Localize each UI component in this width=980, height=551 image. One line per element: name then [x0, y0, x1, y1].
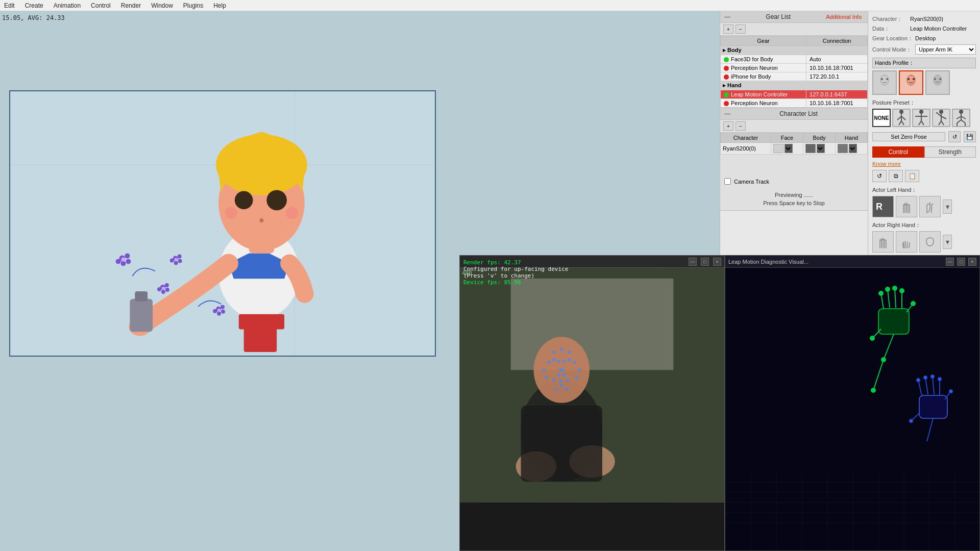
diag-maximize-btn[interactable]: □: [957, 258, 965, 266]
hand-icon-btn[interactable]: [838, 144, 848, 153]
canvas-viewport: [9, 90, 436, 357]
body-group-collapse[interactable]: ▸: [723, 47, 726, 53]
posture-none-btn[interactable]: NONE: [872, 109, 891, 127]
right-hand-pose-relaxed[interactable]: [896, 231, 917, 253]
status-dot-red-3: [724, 101, 729, 106]
svg-line-56: [901, 121, 904, 125]
hand-profiles: [872, 70, 976, 95]
camera-placeholder: [460, 268, 724, 503]
menu-edit[interactable]: Edit: [2, 2, 17, 9]
action-paste-btn[interactable]: 📋: [905, 170, 919, 182]
svg-rect-140: [919, 395, 947, 418]
set-zero-save-btn[interactable]: 💾: [964, 131, 976, 142]
face-icon-btn[interactable]: [773, 144, 783, 153]
set-zero-pose-btn[interactable]: Set Zero Pose: [872, 132, 945, 141]
leap-close-btn[interactable]: ×: [713, 258, 721, 266]
svg-line-67: [941, 121, 944, 125]
strength-tab[interactable]: Strength: [924, 146, 976, 158]
svg-point-102: [578, 368, 581, 371]
svg-point-44: [907, 75, 915, 85]
data-info-row: Data： Leap Motion Controller: [872, 25, 976, 33]
face-select[interactable]: [785, 144, 793, 153]
svg-line-60: [919, 121, 921, 125]
know-more-link[interactable]: Know more: [872, 161, 976, 167]
char-col-hand: Hand: [835, 133, 867, 143]
hand-profile-3[interactable]: [925, 70, 950, 95]
svg-line-70: [957, 116, 961, 119]
body-select[interactable]: [817, 144, 825, 153]
left-hand-pose-r[interactable]: R: [872, 196, 894, 217]
leap-camera-content: 480 ⚙: [460, 268, 724, 550]
gear-add-btn[interactable]: +: [723, 24, 733, 34]
menu-render[interactable]: Render: [119, 2, 143, 9]
right-hand-chevron[interactable]: ▾: [943, 235, 952, 249]
gear-col-header: Gear: [721, 36, 806, 46]
hand-profile-2[interactable]: [899, 70, 923, 95]
menu-plugins[interactable]: Plugins: [181, 2, 205, 9]
hands-profile-label: Hands Profile：: [875, 60, 914, 66]
control-tab[interactable]: Control: [872, 146, 924, 158]
left-hand-r-icon: R: [875, 198, 891, 215]
additional-info-link[interactable]: Additional Info: [826, 14, 864, 20]
gear-list-title: Gear List: [733, 13, 823, 20]
svg-point-38: [217, 312, 221, 316]
svg-point-97: [566, 379, 569, 382]
gear-toolbar: + −: [720, 23, 868, 36]
char-remove-btn[interactable]: −: [736, 121, 746, 131]
gear-item-perception-hand[interactable]: Perception Neuron 10.10.16.18:7001: [721, 99, 868, 108]
svg-point-149: [924, 376, 927, 379]
gear-item-iphone[interactable]: iPhone for Body 172.20.10.1: [721, 72, 868, 81]
action-refresh-btn[interactable]: ↺: [872, 170, 887, 182]
menu-window[interactable]: Window: [149, 2, 175, 9]
hand-select[interactable]: [849, 144, 857, 153]
menu-control[interactable]: Control: [89, 2, 113, 9]
right-hand-pose-grip[interactable]: [919, 231, 941, 253]
gear-item-perception-body[interactable]: Perception Neuron 10.10.16.18:7001: [721, 64, 868, 72]
menu-create[interactable]: Create: [23, 2, 45, 9]
hand-group-collapse[interactable]: ▸: [723, 82, 726, 88]
svg-point-150: [931, 375, 934, 378]
diag-close-btn[interactable]: ×: [968, 258, 976, 266]
gear-collapse-btn[interactable]: —: [724, 13, 730, 20]
hand-profile-1[interactable]: [872, 70, 897, 95]
menu-animation[interactable]: Animation: [52, 2, 83, 9]
right-hand-pose-open[interactable]: [872, 231, 894, 253]
svg-point-37: [221, 310, 225, 314]
camera-track-row: Camera Track: [720, 175, 868, 188]
svg-point-9: [225, 207, 237, 219]
posture-1-btn[interactable]: [892, 109, 911, 127]
set-zero-refresh-btn[interactable]: ↺: [948, 131, 961, 142]
configured-text-line: Configured for up-facing device: [463, 266, 568, 272]
svg-point-30: [178, 255, 182, 259]
leap-minimize-btn[interactable]: —: [689, 258, 697, 266]
character-list-section: — Character List + − Character Face Body…: [720, 108, 868, 211]
char-row-ryans200[interactable]: RyanS200(0): [721, 143, 868, 155]
svg-rect-16: [244, 327, 277, 352]
posture-presets: NONE: [872, 109, 976, 127]
control-mode-select[interactable]: Upper Arm IK: [915, 44, 976, 55]
char-add-btn[interactable]: +: [723, 121, 733, 131]
stats-text: 15.05, AVG: 24.33: [2, 14, 65, 21]
left-hand-pose-open[interactable]: [896, 196, 917, 217]
posture-3-btn[interactable]: [932, 109, 950, 127]
left-hand-chevron[interactable]: ▾: [943, 199, 952, 214]
body-icon-btn[interactable]: [805, 144, 816, 153]
posture-4-btn[interactable]: [952, 109, 970, 127]
char-collapse-btn[interactable]: —: [724, 110, 730, 117]
posture-2-btn[interactable]: [912, 109, 930, 127]
svg-point-68: [959, 110, 963, 114]
gear-item-leap[interactable]: Leap Motion Controller 127.0.0.1:6437: [721, 90, 868, 99]
gear-remove-btn[interactable]: −: [736, 24, 746, 34]
svg-point-32: [174, 261, 178, 265]
camera-track-checkbox[interactable]: [724, 178, 731, 185]
action-copy-btn[interactable]: ⧉: [889, 170, 903, 182]
previewing-text: Previewing ......: [720, 188, 868, 199]
gear-item-face3d[interactable]: Face3D for Body Auto: [721, 55, 868, 64]
leap-diag-window: Leap Motion Diagnostic Visual... — □ × R…: [725, 255, 980, 551]
menu-help[interactable]: Help: [211, 2, 228, 9]
left-hand-pose-point[interactable]: [919, 196, 941, 217]
svg-point-46: [913, 78, 915, 80]
diag-minimize-btn[interactable]: —: [946, 258, 954, 266]
svg-line-65: [941, 116, 946, 119]
leap-maximize-btn[interactable]: □: [701, 258, 709, 266]
